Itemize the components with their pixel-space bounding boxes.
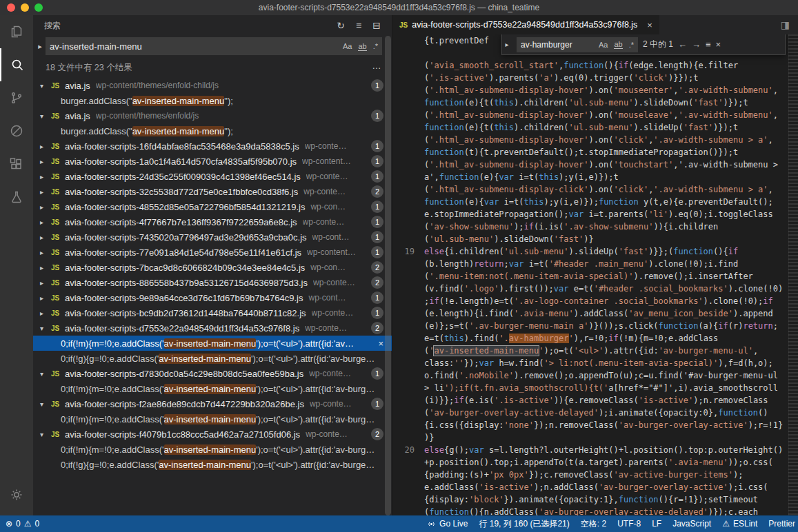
sidebar-scrollbar[interactable] (385, 36, 391, 515)
search-result-file[interactable]: ▾JSavia-footer-scripts-d7553e22a948549dd… (33, 320, 392, 336)
open-new-search-editor-icon[interactable]: ≡ (356, 20, 361, 31)
match-count-badge: 1 (371, 307, 383, 319)
code-line: {display:'block'}).animate({opacity:1},f… (392, 493, 788, 506)
search-result-file[interactable]: ▸JSavia-footer-scripts-9e89a64cce3d76c1f… (33, 290, 392, 305)
search-result-file[interactable]: ▾JSavia-footer-scripts-f4079b1cc88ccc5ad… (33, 427, 392, 442)
chevron-right-icon[interactable]: ▸ (40, 203, 51, 211)
search-result-match[interactable]: 0;if(!g){g=!0;e.addClass('av-inserted-ma… (33, 457, 392, 472)
toggle-search-details-icon[interactable]: ⋯ (372, 63, 381, 73)
search-result-file[interactable]: ▸JSavia-footer-scripts-7435020a7796497ad… (33, 229, 392, 245)
search-result-match[interactable]: 0;if(!m){m=!0;e.addClass('av-inserted-ma… (33, 381, 392, 396)
circle-slash-icon[interactable] (0, 114, 33, 147)
chevron-down-icon[interactable]: ▾ (40, 431, 51, 438)
code-area[interactable]: {t.preventDef('avia_smooth_scroll_start'… (392, 34, 798, 515)
problems-status[interactable]: ⊗ 0 ⚠ 0 (6, 519, 39, 529)
search-result-file[interactable]: ▸JSavia-footer-scripts-77e091a84d1e54d79… (33, 245, 392, 260)
search-result-file[interactable]: ▸JSavia-footer-scripts-48552d85e05a72279… (33, 199, 392, 214)
search-result-file[interactable]: ▸JSavia-footer-scripts-24d35c255f009039c… (33, 169, 392, 184)
search-result-file[interactable]: ▸JSavia-footer-scripts-bc9db2d73612d1448… (33, 305, 392, 320)
regex-icon[interactable]: .* (373, 42, 378, 50)
chevron-down-icon[interactable]: ▾ (40, 370, 51, 378)
chevron-down-icon[interactable]: ▾ (40, 112, 51, 120)
chevron-right-icon[interactable]: ▸ (40, 234, 51, 241)
go-live-button[interactable]: Go Live (427, 519, 468, 529)
chevron-right-icon[interactable]: ▸ (40, 264, 51, 272)
chevron-right-icon[interactable]: ▸ (40, 158, 51, 165)
search-input[interactable]: av-inserted-main-menu Aa ab .* (46, 37, 382, 55)
close-find-icon[interactable]: × (716, 39, 721, 50)
eol-status[interactable]: LF (652, 519, 661, 529)
search-result-match[interactable]: 0;if(!m){m=!0;e.addClass('av-inserted-ma… (33, 336, 392, 351)
language-status[interactable]: JavaScript (672, 519, 711, 529)
search-icon[interactable] (0, 48, 33, 81)
code-line: function(t){t.preventDefault();t.stopImm… (392, 146, 788, 158)
search-result-file[interactable]: ▾JSavia-footer-scripts-d7830dc0a54c29e8b… (33, 366, 392, 381)
find-input[interactable]: av-hamburger Aa ab .* (517, 37, 638, 52)
find-in-selection-icon[interactable]: ≡ (706, 39, 711, 50)
match-case-icon[interactable]: Aa (343, 42, 352, 50)
line-number (392, 47, 424, 59)
minimap[interactable] (788, 34, 798, 515)
chevron-right-icon[interactable]: ▸ (40, 218, 51, 226)
chevron-right-icon[interactable]: ▸ (40, 173, 51, 181)
file-name: avia-footer-scripts-886558b437b9a5312671… (65, 278, 308, 288)
minimize-window-button[interactable] (21, 3, 29, 12)
refresh-icon[interactable]: ↻ (337, 20, 345, 31)
explorer-icon[interactable] (0, 15, 33, 48)
close-window-button[interactable] (7, 3, 15, 12)
whole-word-icon[interactable]: ab (614, 40, 622, 49)
zoom-window-button[interactable] (34, 3, 43, 12)
chevron-right-icon[interactable]: ▸ (40, 279, 51, 287)
next-match-icon[interactable]: → (692, 39, 701, 50)
prettier-status[interactable]: Prettier (768, 519, 795, 529)
search-result-match[interactable]: 0;if(!g){g=!0;e.addClass('av-inserted-ma… (33, 351, 392, 366)
chevron-right-icon[interactable]: ▸ (40, 294, 51, 302)
search-result-match[interactable]: 0;if(!m){m=!0;e.addClass('av-inserted-ma… (33, 442, 392, 457)
code-line: (b.length)return;var i=t('#header .main_… (392, 258, 788, 270)
chevron-right-icon[interactable]: ▸ (40, 309, 51, 317)
chevron-right-icon[interactable]: ▸ (40, 249, 51, 256)
search-result-match[interactable]: 0;if(!m){m=!0;e.addClass('av-inserted-ma… (33, 411, 392, 427)
search-result-file[interactable]: ▸JSavia-footer-scripts-886558b437b9a5312… (33, 275, 392, 290)
search-result-file[interactable]: ▾JSavia-footer-scripts-f2ae86de89cdcb7d4… (33, 396, 392, 411)
search-result-match[interactable]: burger.addClass("av-inserted-main-menu")… (33, 93, 392, 108)
match-count-badge: 1 (371, 216, 383, 228)
testing-beaker-icon[interactable] (0, 181, 33, 214)
js-file-icon: JS (51, 309, 65, 317)
match-count-badge: 1 (371, 246, 383, 258)
search-result-file[interactable]: ▸JSavia-footer-scripts-7bcac9d8c6066824b… (33, 260, 392, 275)
search-result-file[interactable]: ▾JSavia.jswp-content/themes/enfold-child… (33, 78, 392, 93)
eslint-status[interactable]: ⚠ ESLint (722, 519, 757, 529)
dismiss-match-icon[interactable]: × (372, 338, 383, 349)
extensions-icon[interactable] (0, 147, 33, 181)
chevron-down-icon[interactable]: ▾ (40, 82, 51, 90)
previous-match-icon[interactable]: ← (678, 39, 687, 50)
editor-tab[interactable]: JS avia-footer-scripts-d7553e22a948549dd… (392, 15, 659, 34)
indentation-status[interactable]: 空格: 2 (581, 518, 606, 530)
search-result-file[interactable]: ▸JSavia-footer-scripts-32c5538d772d75e0c… (33, 184, 392, 199)
chevron-right-icon[interactable]: ▸ (40, 143, 51, 150)
toggle-replace-icon[interactable]: ▸ (34, 42, 46, 51)
match-case-icon[interactable]: Aa (599, 41, 608, 49)
close-tab-icon[interactable]: × (647, 20, 652, 30)
chevron-right-icon[interactable]: ▸ (40, 188, 51, 196)
search-result-file[interactable]: ▸JSavia-footer-scripts-4f77667b7e136ff93… (33, 214, 392, 229)
line-number (392, 196, 424, 208)
results-summary: 18 文件中有 23 个结果 (46, 62, 132, 74)
collapse-all-icon[interactable]: ⊟ (372, 20, 381, 31)
whole-word-icon[interactable]: ab (358, 42, 366, 51)
search-result-match[interactable]: burger.addClass("av-inserted-main-menu")… (33, 123, 392, 139)
chevron-down-icon[interactable]: ▾ (40, 400, 51, 408)
cursor-position[interactable]: 行 19, 列 160 (已选择21) (479, 518, 569, 530)
search-result-file[interactable]: ▾JSavia.jswp-content/themes/enfold/js1 (33, 108, 392, 123)
search-result-file[interactable]: ▸JSavia-footer-scripts-16fd4abfae8fac535… (33, 139, 392, 154)
line-number (392, 295, 424, 307)
split-editor-icon[interactable]: ◨ (781, 15, 798, 34)
source-control-icon[interactable] (0, 81, 33, 114)
toggle-replace-icon[interactable]: ▸ (502, 34, 512, 54)
search-result-file[interactable]: ▸JSavia-footer-scripts-1a0c1f4a614d570cf… (33, 154, 392, 169)
regex-icon[interactable]: .* (629, 41, 634, 49)
chevron-down-icon[interactable]: ▾ (40, 325, 51, 332)
settings-gear-icon[interactable] (0, 478, 33, 511)
encoding-status[interactable]: UTF-8 (617, 519, 641, 529)
